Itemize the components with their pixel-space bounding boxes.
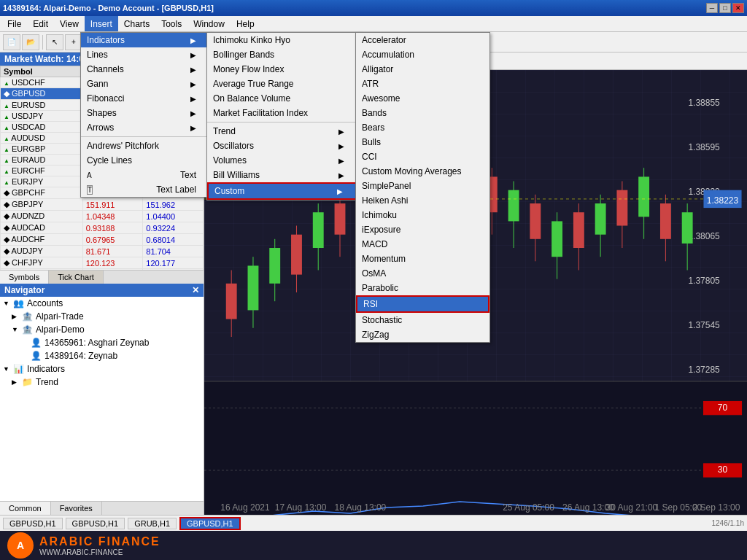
custom-zigzag[interactable]: ZigZag bbox=[356, 327, 489, 342]
custom-heiken-ashi[interactable]: Heiken Ashi bbox=[356, 193, 489, 208]
custom-accelerator[interactable]: Accelerator bbox=[356, 33, 489, 47]
market-watch-tabs: Symbols Tick Chart bbox=[0, 270, 204, 284]
market-row-gbpjpy[interactable]: ◆ GBPJPY 151.911 151.962 bbox=[1, 199, 204, 211]
tree-account1[interactable]: 👤 14365961: Asghari Zeynab bbox=[0, 336, 204, 349]
custom-bears[interactable]: Bears bbox=[356, 120, 489, 135]
custom-osma[interactable]: OsMA bbox=[356, 266, 489, 281]
market-row-chfjpy[interactable]: ◆ CHFJPY 120.123 120.177 bbox=[1, 257, 204, 269]
status-tab-4[interactable]: GBPUSD,H1 bbox=[179, 517, 241, 530]
tab-tick-chart[interactable]: Tick Chart bbox=[49, 271, 104, 284]
custom-parabolic[interactable]: Parabolic bbox=[356, 281, 489, 295]
svg-rect-19 bbox=[313, 212, 324, 248]
insert-indicators-item[interactable]: Indicators ▶ bbox=[81, 33, 211, 47]
maximize-button[interactable]: □ bbox=[719, 3, 731, 13]
tree-accounts[interactable]: ▼ 👥 Accounts bbox=[0, 297, 204, 310]
custom-cci[interactable]: CCI bbox=[356, 149, 489, 164]
svg-text:30: 30 bbox=[718, 464, 728, 475]
ind-custom-item[interactable]: Custom ▶ bbox=[207, 182, 359, 200]
ind-bollinger-item[interactable]: Bollinger Bands bbox=[207, 47, 359, 62]
custom-moving-averages[interactable]: Custom Moving Averages bbox=[356, 164, 489, 179]
insert-shapes-item[interactable]: Shapes ▶ bbox=[81, 106, 211, 120]
ind-mfi-item[interactable]: Market Facilitation Index bbox=[207, 106, 359, 120]
market-row-audcad[interactable]: ◆ AUDCAD 0.93188 0.93224 bbox=[1, 222, 204, 234]
menu-tools[interactable]: Tools bbox=[155, 16, 187, 31]
menu-file[interactable]: File bbox=[1, 16, 27, 31]
tree-alpari-demo[interactable]: ▼ 🏦 Alpari-Demo bbox=[0, 323, 204, 336]
market-row-audnzd[interactable]: ◆ AUDNZD 1.04348 1.04400 bbox=[1, 211, 204, 222]
indicators-submenu: Ichimoku Kinko Hyo Bollinger Bands Money… bbox=[206, 32, 360, 201]
ind-obv-item[interactable]: On Balance Volume bbox=[207, 91, 359, 106]
svg-rect-45 bbox=[595, 203, 606, 235]
svg-rect-41 bbox=[551, 221, 562, 257]
status-info: 1246/1.1h bbox=[712, 519, 745, 527]
custom-alligator[interactable]: Alligator bbox=[356, 62, 489, 77]
svg-rect-15 bbox=[269, 248, 280, 284]
custom-accumulation[interactable]: Accumulation bbox=[356, 47, 489, 62]
open-button[interactable]: 📂 bbox=[22, 34, 39, 50]
status-tab-2[interactable]: GBPUSD,H1 bbox=[66, 518, 125, 529]
svg-rect-17 bbox=[291, 235, 302, 275]
ind-oscillators-item[interactable]: Oscillators ▶ bbox=[207, 139, 359, 153]
custom-simplepanel[interactable]: SimplePanel bbox=[356, 179, 489, 193]
new-chart-button[interactable]: 📄 bbox=[3, 34, 20, 50]
submenu-arrow-icon: ▶ bbox=[338, 171, 344, 179]
svg-rect-37 bbox=[508, 190, 519, 222]
alpari-trade-icon: 🏦 bbox=[22, 311, 33, 322]
tree-account2[interactable]: 👤 14389164: Zeynab bbox=[0, 349, 204, 362]
brand-bar: A ARABIC FINANCE WWW.ARABIC.FINANCE bbox=[0, 531, 747, 560]
navigator-close[interactable]: ✕ bbox=[192, 285, 199, 295]
insert-dropdown: Indicators ▶ Lines ▶ Channels ▶ Gann ▶ F… bbox=[80, 32, 212, 198]
nav-tab-common[interactable]: Common bbox=[0, 502, 51, 515]
close-button[interactable]: ✕ bbox=[732, 3, 744, 13]
market-row-audchf[interactable]: ◆ AUDCHF 0.67965 0.68014 bbox=[1, 234, 204, 246]
insert-channels-item[interactable]: Channels ▶ bbox=[81, 62, 211, 77]
custom-ichimoku[interactable]: Ichimoku bbox=[356, 208, 489, 222]
ind-billwilliams-item[interactable]: Bill Williams ▶ bbox=[207, 168, 359, 182]
tree-trend[interactable]: ▶ 📁 Trend bbox=[0, 376, 204, 389]
menu-view[interactable]: View bbox=[54, 16, 85, 31]
custom-atr[interactable]: ATR bbox=[356, 77, 489, 91]
custom-bands[interactable]: Bands bbox=[356, 106, 489, 120]
insert-lines-item[interactable]: Lines ▶ bbox=[81, 47, 211, 62]
menu-insert[interactable]: Insert bbox=[85, 16, 118, 31]
custom-bulls[interactable]: Bulls bbox=[356, 135, 489, 149]
menu-help[interactable]: Help bbox=[231, 16, 260, 31]
svg-text:70: 70 bbox=[718, 402, 728, 413]
custom-rsi[interactable]: RSI bbox=[356, 295, 489, 313]
nav-tab-favorites[interactable]: Favorites bbox=[51, 502, 102, 515]
insert-fibonacci-item[interactable]: Fibonacci ▶ bbox=[81, 91, 211, 106]
brand-url: WWW.ARABIC.FINANCE bbox=[39, 548, 160, 556]
minimize-button[interactable]: ─ bbox=[706, 3, 718, 13]
tree-indicators[interactable]: ▼ 📊 Indicators bbox=[0, 362, 204, 376]
insert-cyclelines-item[interactable]: Cycle Lines bbox=[81, 153, 211, 168]
insert-gann-item[interactable]: Gann ▶ bbox=[81, 77, 211, 91]
status-tab-1[interactable]: GBPUSD,H1 bbox=[3, 518, 63, 529]
custom-stochastic[interactable]: Stochastic bbox=[356, 313, 489, 327]
ind-atr-item[interactable]: Average True Range bbox=[207, 77, 359, 91]
svg-rect-43 bbox=[573, 212, 584, 248]
custom-momentum[interactable]: Momentum bbox=[356, 252, 489, 266]
svg-text:30 Aug 21:00: 30 Aug 21:00 bbox=[606, 502, 658, 513]
tab-symbols[interactable]: Symbols bbox=[0, 271, 49, 284]
custom-iexposure[interactable]: iExposure bbox=[356, 222, 489, 237]
tree-alpari-trade[interactable]: ▶ 🏦 Alpari-Trade bbox=[0, 310, 204, 323]
insert-pitchfork-item[interactable]: Andrews' Pitchfork bbox=[81, 139, 211, 153]
custom-awesome[interactable]: Awesome bbox=[356, 91, 489, 106]
status-tab-3[interactable]: GRUB,H1 bbox=[128, 518, 177, 529]
cursor-button[interactable]: ↖ bbox=[46, 34, 63, 50]
custom-macd[interactable]: MACD bbox=[356, 237, 489, 252]
menu-charts[interactable]: Charts bbox=[118, 16, 155, 31]
menu-sep bbox=[81, 136, 211, 137]
svg-text:17 Aug 13:00: 17 Aug 13:00 bbox=[275, 502, 327, 513]
market-row-audjpy[interactable]: ◆ AUDJPY 81.671 81.704 bbox=[1, 246, 204, 257]
insert-arrows-item[interactable]: Arrows ▶ bbox=[81, 120, 211, 135]
menu-edit[interactable]: Edit bbox=[27, 16, 54, 31]
ind-trend-item[interactable]: Trend ▶ bbox=[207, 124, 359, 139]
ind-volumes-item[interactable]: Volumes ▶ bbox=[207, 153, 359, 168]
menu-window[interactable]: Window bbox=[187, 16, 231, 31]
ind-moneyflow-item[interactable]: Money Flow Index bbox=[207, 62, 359, 77]
insert-text-item[interactable]: A Text bbox=[81, 168, 211, 182]
ind-ichimoku-item[interactable]: Ichimoku Kinko Hyo bbox=[207, 33, 359, 47]
insert-textlabel-item[interactable]: T Text Label bbox=[81, 182, 211, 197]
toolbar-sep1 bbox=[42, 35, 43, 50]
